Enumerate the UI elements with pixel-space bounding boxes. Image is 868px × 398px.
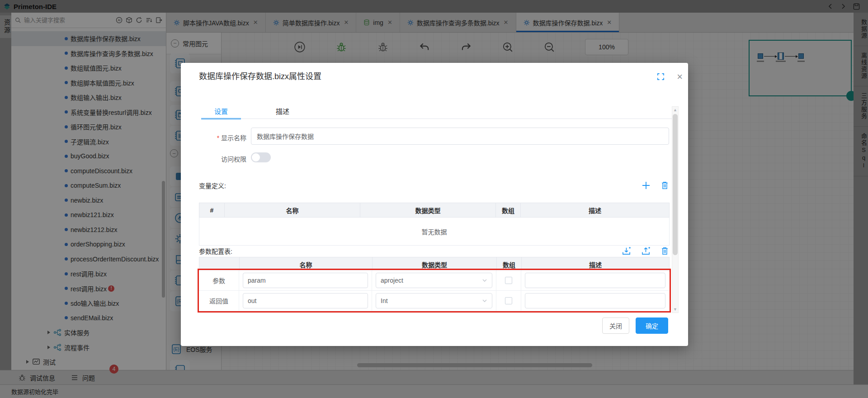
col-array: 数组 — [496, 203, 521, 218]
params-rows: 参数 aproject 返回值 Int — [199, 270, 669, 311]
import-params-icon[interactable] — [622, 246, 631, 256]
dialog-title: 数据库操作保存数据.bizx属性设置 — [199, 70, 321, 81]
col-name: 名称 — [240, 257, 373, 272]
chevron-down-icon — [482, 278, 487, 283]
param-row-label: 返回值 — [199, 291, 239, 311]
scroll-down-icon[interactable]: ▼ — [672, 306, 678, 313]
col-index: # — [199, 203, 225, 218]
param-name-input[interactable] — [243, 293, 368, 308]
tabs-divider — [201, 118, 678, 119]
close-icon[interactable]: × — [677, 72, 683, 82]
tab-description[interactable]: 描述 — [263, 103, 302, 119]
add-variable-icon[interactable] — [642, 181, 651, 190]
scroll-up-icon[interactable]: ▲ — [672, 107, 678, 113]
array-checkbox[interactable] — [505, 297, 512, 304]
close-button[interactable]: 关闭 — [602, 317, 629, 334]
display-name-input[interactable] — [251, 128, 669, 145]
access-permission-toggle[interactable] — [251, 152, 271, 162]
params-section-header: 参数配置表: — [199, 244, 669, 258]
ok-button[interactable]: 确定 — [636, 317, 668, 334]
display-name-label: 显示名称 — [181, 133, 246, 142]
param-row-output: 返回值 Int — [199, 291, 669, 311]
col-datatype: 数据类型 — [373, 257, 497, 272]
param-row-input: 参数 aproject — [199, 270, 669, 291]
selected-type: aproject — [381, 277, 403, 284]
variables-section-header: 变量定义: — [199, 179, 669, 192]
col-description: 描述 — [521, 203, 670, 218]
col-description: 描述 — [522, 257, 670, 272]
param-desc-input[interactable] — [525, 293, 665, 308]
params-table-header: 名称 数据类型 数组 描述 — [199, 257, 670, 272]
array-checkbox[interactable] — [505, 277, 512, 284]
export-params-icon[interactable] — [641, 246, 651, 256]
tab-settings[interactable]: 设置 — [201, 103, 241, 119]
param-desc-input[interactable] — [525, 273, 665, 288]
selected-type: Int — [381, 297, 388, 304]
scroll-thumb[interactable] — [673, 114, 678, 255]
param-name-input[interactable] — [243, 273, 368, 288]
dialog-scrollbar[interactable]: ▲ ▼ — [672, 106, 679, 313]
param-type-select[interactable]: aproject — [376, 273, 492, 288]
variables-table: # 名称 数据类型 数组 描述 暂无数据 — [199, 203, 670, 246]
chevron-down-icon — [482, 298, 487, 303]
col-rowtype — [199, 257, 240, 272]
dialog-tabs: 设置 描述 — [201, 103, 302, 119]
delete-variable-icon[interactable] — [660, 181, 669, 190]
col-array: 数组 — [497, 257, 522, 272]
variables-label: 变量定义: — [199, 181, 226, 190]
col-datatype: 数据类型 — [360, 203, 496, 218]
toggle-knob — [252, 153, 260, 161]
col-name: 名称 — [225, 203, 360, 218]
fullscreen-icon[interactable] — [657, 73, 665, 81]
param-row-label: 参数 — [199, 270, 239, 290]
application-window: Primeton-IDE 资源 AI 数据库操作保存数据.bizx 数据库操作查… — [0, 0, 868, 398]
empty-data-text: 暂无数据 — [199, 218, 670, 246]
delete-param-icon[interactable] — [660, 246, 669, 256]
param-type-select[interactable]: Int — [376, 293, 492, 308]
params-label: 参数配置表: — [199, 246, 232, 256]
properties-dialog: 数据库操作保存数据.bizx属性设置 × 设置 描述 显示名称 访问权限 变量定… — [181, 63, 688, 346]
access-permission-label: 访问权限 — [181, 154, 246, 163]
